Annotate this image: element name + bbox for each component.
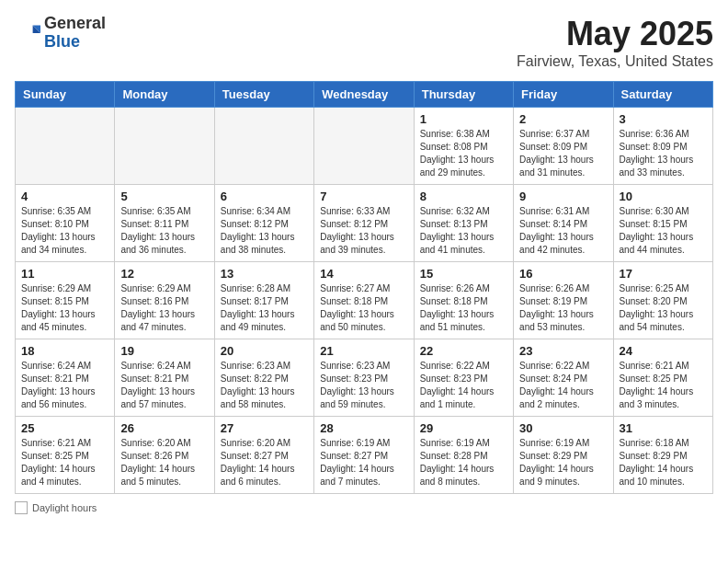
logo-text: General Blue bbox=[44, 15, 106, 52]
calendar-cell: 2Sunrise: 6:37 AMSunset: 8:09 PMDaylight… bbox=[514, 108, 613, 185]
day-number: 29 bbox=[420, 421, 507, 435]
day-number: 23 bbox=[519, 344, 607, 358]
day-info: Sunrise: 6:26 AMSunset: 8:19 PMDaylight:… bbox=[519, 282, 607, 334]
title-block: May 2025 Fairview, Texas, United States bbox=[517, 15, 713, 70]
day-number: 20 bbox=[221, 344, 308, 358]
day-number: 14 bbox=[320, 267, 407, 281]
day-info: Sunrise: 6:21 AMSunset: 8:25 PMDaylight:… bbox=[620, 360, 707, 411]
day-info: Sunrise: 6:32 AMSunset: 8:13 PMDaylight:… bbox=[420, 205, 507, 257]
day-number: 25 bbox=[21, 421, 108, 435]
day-info: Sunrise: 6:34 AMSunset: 8:12 PMDaylight:… bbox=[221, 205, 308, 257]
day-info: Sunrise: 6:30 AMSunset: 8:15 PMDaylight:… bbox=[620, 205, 707, 257]
calendar-cell: 21Sunrise: 6:23 AMSunset: 8:23 PMDayligh… bbox=[314, 339, 414, 417]
day-number: 2 bbox=[519, 112, 607, 126]
calendar-cell: 10Sunrise: 6:30 AMSunset: 8:15 PMDayligh… bbox=[613, 185, 712, 262]
calendar-cell: 20Sunrise: 6:23 AMSunset: 8:22 PMDayligh… bbox=[214, 339, 313, 417]
calendar-cell: 25Sunrise: 6:21 AMSunset: 8:25 PMDayligh… bbox=[16, 417, 115, 494]
day-info: Sunrise: 6:37 AMSunset: 8:09 PMDaylight:… bbox=[519, 128, 607, 179]
calendar-cell: 6Sunrise: 6:34 AMSunset: 8:12 PMDaylight… bbox=[214, 185, 313, 262]
day-info: Sunrise: 6:18 AMSunset: 8:29 PMDaylight:… bbox=[620, 437, 707, 488]
legend-label: Daylight hours bbox=[32, 502, 97, 513]
day-info: Sunrise: 6:24 AMSunset: 8:21 PMDaylight:… bbox=[120, 360, 208, 411]
logo-blue-text: Blue bbox=[44, 32, 80, 51]
day-info: Sunrise: 6:25 AMSunset: 8:20 PMDaylight:… bbox=[620, 282, 707, 334]
day-number: 3 bbox=[620, 112, 707, 126]
calendar-cell: 19Sunrise: 6:24 AMSunset: 8:21 PMDayligh… bbox=[115, 339, 214, 417]
day-info: Sunrise: 6:29 AMSunset: 8:15 PMDaylight:… bbox=[21, 282, 108, 334]
day-number: 4 bbox=[21, 190, 108, 203]
day-info: Sunrise: 6:29 AMSunset: 8:16 PMDaylight:… bbox=[120, 282, 208, 334]
day-number: 22 bbox=[420, 344, 507, 358]
calendar-day-header: Sunday bbox=[16, 82, 115, 108]
calendar-cell bbox=[214, 108, 313, 185]
calendar-week-row: 4Sunrise: 6:35 AMSunset: 8:10 PMDaylight… bbox=[16, 185, 713, 262]
calendar-week-row: 18Sunrise: 6:24 AMSunset: 8:21 PMDayligh… bbox=[16, 339, 713, 417]
day-info: Sunrise: 6:20 AMSunset: 8:27 PMDaylight:… bbox=[221, 437, 308, 488]
calendar-cell: 23Sunrise: 6:22 AMSunset: 8:24 PMDayligh… bbox=[514, 339, 613, 417]
calendar-cell: 14Sunrise: 6:27 AMSunset: 8:18 PMDayligh… bbox=[314, 262, 414, 339]
calendar-cell: 18Sunrise: 6:24 AMSunset: 8:21 PMDayligh… bbox=[16, 339, 115, 417]
day-info: Sunrise: 6:38 AMSunset: 8:08 PMDaylight:… bbox=[420, 128, 507, 179]
calendar-cell: 1Sunrise: 6:38 AMSunset: 8:08 PMDaylight… bbox=[414, 108, 513, 185]
day-info: Sunrise: 6:19 AMSunset: 8:28 PMDaylight:… bbox=[420, 437, 507, 488]
day-info: Sunrise: 6:23 AMSunset: 8:22 PMDaylight:… bbox=[221, 360, 308, 411]
calendar-cell bbox=[16, 108, 115, 185]
calendar-cell: 26Sunrise: 6:20 AMSunset: 8:26 PMDayligh… bbox=[115, 417, 214, 494]
day-number: 27 bbox=[221, 421, 308, 435]
day-info: Sunrise: 6:33 AMSunset: 8:12 PMDaylight:… bbox=[320, 205, 407, 257]
calendar-cell: 8Sunrise: 6:32 AMSunset: 8:13 PMDaylight… bbox=[414, 185, 513, 262]
day-info: Sunrise: 6:36 AMSunset: 8:09 PMDaylight:… bbox=[620, 128, 707, 179]
logo: General Blue bbox=[15, 15, 106, 52]
calendar-header-row: SundayMondayTuesdayWednesdayThursdayFrid… bbox=[16, 82, 713, 108]
main-title: May 2025 bbox=[517, 15, 713, 53]
calendar-cell: 12Sunrise: 6:29 AMSunset: 8:16 PMDayligh… bbox=[115, 262, 214, 339]
day-info: Sunrise: 6:22 AMSunset: 8:24 PMDaylight:… bbox=[519, 360, 607, 411]
page-header: General Blue May 2025 Fairview, Texas, U… bbox=[15, 15, 713, 70]
day-info: Sunrise: 6:20 AMSunset: 8:26 PMDaylight:… bbox=[120, 437, 208, 488]
day-number: 6 bbox=[221, 190, 308, 203]
calendar-day-header: Wednesday bbox=[314, 82, 414, 108]
day-info: Sunrise: 6:19 AMSunset: 8:27 PMDaylight:… bbox=[320, 437, 407, 488]
day-info: Sunrise: 6:35 AMSunset: 8:11 PMDaylight:… bbox=[120, 205, 208, 257]
calendar-cell: 11Sunrise: 6:29 AMSunset: 8:15 PMDayligh… bbox=[16, 262, 115, 339]
calendar-day-header: Thursday bbox=[414, 82, 513, 108]
legend-box bbox=[15, 501, 28, 514]
calendar-cell bbox=[314, 108, 414, 185]
calendar-footer: Daylight hours bbox=[15, 501, 713, 514]
day-number: 10 bbox=[620, 190, 707, 203]
day-number: 16 bbox=[519, 267, 607, 281]
day-info: Sunrise: 6:31 AMSunset: 8:14 PMDaylight:… bbox=[519, 205, 607, 257]
day-info: Sunrise: 6:35 AMSunset: 8:10 PMDaylight:… bbox=[21, 205, 108, 257]
day-info: Sunrise: 6:28 AMSunset: 8:17 PMDaylight:… bbox=[221, 282, 308, 334]
calendar-cell: 30Sunrise: 6:19 AMSunset: 8:29 PMDayligh… bbox=[514, 417, 613, 494]
day-number: 24 bbox=[620, 344, 707, 358]
calendar-cell: 17Sunrise: 6:25 AMSunset: 8:20 PMDayligh… bbox=[613, 262, 712, 339]
day-info: Sunrise: 6:19 AMSunset: 8:29 PMDaylight:… bbox=[519, 437, 607, 488]
day-number: 19 bbox=[120, 344, 208, 358]
calendar-cell: 9Sunrise: 6:31 AMSunset: 8:14 PMDaylight… bbox=[514, 185, 613, 262]
calendar-week-row: 11Sunrise: 6:29 AMSunset: 8:15 PMDayligh… bbox=[16, 262, 713, 339]
day-number: 26 bbox=[120, 421, 208, 435]
day-number: 1 bbox=[420, 112, 507, 126]
day-number: 15 bbox=[420, 267, 507, 281]
calendar-cell: 31Sunrise: 6:18 AMSunset: 8:29 PMDayligh… bbox=[613, 417, 712, 494]
calendar-cell: 15Sunrise: 6:26 AMSunset: 8:18 PMDayligh… bbox=[414, 262, 513, 339]
day-number: 31 bbox=[620, 421, 707, 435]
day-number: 12 bbox=[120, 267, 208, 281]
day-number: 18 bbox=[21, 344, 108, 358]
day-number: 5 bbox=[120, 190, 208, 203]
day-info: Sunrise: 6:23 AMSunset: 8:23 PMDaylight:… bbox=[320, 360, 407, 411]
day-number: 11 bbox=[21, 267, 108, 281]
subtitle: Fairview, Texas, United States bbox=[517, 53, 713, 70]
day-number: 7 bbox=[320, 190, 407, 203]
calendar-cell: 28Sunrise: 6:19 AMSunset: 8:27 PMDayligh… bbox=[314, 417, 414, 494]
calendar-day-header: Saturday bbox=[613, 82, 712, 108]
day-number: 21 bbox=[320, 344, 407, 358]
calendar-cell: 24Sunrise: 6:21 AMSunset: 8:25 PMDayligh… bbox=[613, 339, 712, 417]
day-info: Sunrise: 6:21 AMSunset: 8:25 PMDaylight:… bbox=[21, 437, 108, 488]
day-number: 17 bbox=[620, 267, 707, 281]
calendar-table: SundayMondayTuesdayWednesdayThursdayFrid… bbox=[15, 81, 713, 494]
legend-item: Daylight hours bbox=[15, 501, 97, 514]
day-number: 8 bbox=[420, 190, 507, 203]
logo-icon bbox=[15, 20, 40, 46]
